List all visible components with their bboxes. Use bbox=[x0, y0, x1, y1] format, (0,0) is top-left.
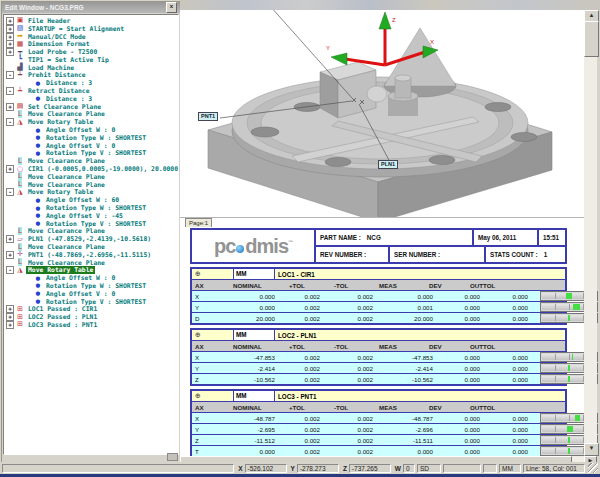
tree-item-label: Move Clearance Plane bbox=[26, 227, 107, 235]
section-header: ⊕ MM LOC1 - CIR1 bbox=[192, 269, 565, 280]
tree-item[interactable]: - Move Rotary Table bbox=[6, 189, 178, 197]
expand-toggle-icon[interactable]: + bbox=[6, 103, 14, 111]
status-spare-1 bbox=[443, 464, 481, 473]
tree-item[interactable]: + File Header bbox=[6, 17, 178, 25]
tree-item[interactable]: TIP1 = Set Active Tip bbox=[6, 56, 178, 64]
tree-item[interactable]: Angle Offset V : 0 bbox=[6, 290, 178, 298]
expand-toggle-icon[interactable]: + bbox=[6, 40, 14, 48]
unit-cell: MM bbox=[234, 391, 275, 401]
graphics-viewport[interactable]: Z X Y PNT1 PLN1 bbox=[180, 10, 584, 218]
tree-item[interactable]: Rotation Type V : SHORTEST bbox=[6, 150, 178, 158]
tree-item-icon bbox=[34, 212, 42, 219]
tree-item[interactable]: - Move Rotary Table bbox=[6, 267, 178, 275]
tree-item[interactable]: Move Clearance Plane bbox=[6, 111, 178, 119]
expand-toggle-icon[interactable]: + bbox=[6, 17, 14, 25]
tree-item-label: Angle Offset V : -45 bbox=[44, 212, 125, 220]
tree-item[interactable]: + PLN1 (-47.8529,-2.4139,-10.5618) bbox=[6, 235, 178, 243]
tree-item[interactable]: Distance : 3 bbox=[6, 95, 178, 103]
close-icon[interactable]: x bbox=[166, 2, 177, 13]
dimension-icon: ⊕ bbox=[192, 391, 234, 401]
expand-toggle-icon[interactable]: + bbox=[6, 33, 14, 41]
expand-toggle-icon[interactable]: - bbox=[6, 266, 14, 274]
tree-item[interactable]: Move Clearance Plane bbox=[6, 259, 178, 267]
expand-toggle-icon[interactable]: - bbox=[6, 71, 14, 79]
tree-item[interactable]: + CIR1 (-0.0005,0.0005,-19.0000), 20.000… bbox=[6, 165, 178, 173]
status-message-area bbox=[2, 464, 234, 473]
edit-window-titlebar[interactable]: Edit Window - NCG3.PRG x bbox=[2, 2, 180, 13]
tree-item-label: Angle Offset V : 0 bbox=[44, 142, 117, 150]
tree-item[interactable]: Move Clearance Plane bbox=[6, 173, 178, 181]
edit-window-panel: Edit Window - NCG3.PRG x + File Header +… bbox=[1, 1, 181, 463]
tree-item-icon bbox=[16, 41, 24, 48]
tree-item[interactable]: Angle Offset W : 0 bbox=[6, 274, 178, 282]
cad-model: Z X Y bbox=[180, 10, 584, 217]
edit-window-scroll-corner[interactable] bbox=[167, 453, 178, 461]
tree-item-label: Dimension Format bbox=[26, 40, 92, 48]
tree-item-label: Rotation Type W : SHORTEST bbox=[44, 282, 148, 290]
tree-item-label: LOC3 Passed : PNT1 bbox=[26, 321, 99, 329]
tree-item-label: LOC1 Passed : CIR1 bbox=[26, 305, 99, 313]
edit-window-title: Edit Window - NCG3.PRG bbox=[5, 4, 166, 11]
point-feature-label[interactable]: PNT1 bbox=[198, 112, 218, 121]
tree-item-label: Move Clearance Plane bbox=[26, 110, 107, 118]
expand-toggle-icon[interactable]: + bbox=[6, 251, 14, 259]
vertical-scroll-thumb[interactable] bbox=[584, 21, 599, 57]
tree-item[interactable]: + Load Probe - T2500 bbox=[6, 48, 178, 56]
tree-item[interactable]: Load Machine bbox=[6, 64, 178, 72]
deviation-marker bbox=[568, 448, 569, 454]
tree-item[interactable]: + LOC3 Passed : PNT1 bbox=[6, 321, 178, 329]
measurement-row: Y-2.6950.0020.002-2.6960.0000.000 bbox=[192, 423, 565, 434]
tree-item[interactable]: + Dimension Format bbox=[6, 40, 178, 48]
tree-item[interactable]: - Retract Distance bbox=[6, 87, 178, 95]
tree-item[interactable]: Move Clearance Plane bbox=[6, 157, 178, 165]
tree-item[interactable]: Move Clearance Plane bbox=[6, 181, 178, 189]
deviation-marker bbox=[575, 415, 581, 421]
tree-item[interactable]: Move Clearance Plane bbox=[6, 228, 178, 236]
tree-item[interactable]: Rotation Type V : SHORTEST bbox=[6, 220, 178, 228]
tree-item[interactable]: + Set Clearance Plane bbox=[6, 103, 178, 111]
scroll-down-icon[interactable]: ▼ bbox=[584, 443, 599, 456]
dimension-section-loc2: ⊕ MM LOC2 - PLN1 AXNOMINAL+TOL-TOLMEASDE… bbox=[190, 328, 567, 386]
tree-item[interactable]: - Move Rotary Table bbox=[6, 118, 178, 126]
tree-item-label: Move Clearance Plane bbox=[26, 181, 107, 189]
tree-item-icon bbox=[16, 88, 24, 95]
expand-toggle-icon[interactable]: + bbox=[6, 165, 14, 173]
tree-item[interactable]: Rotation Type W : SHORTEST bbox=[6, 134, 178, 142]
tree-item[interactable]: Move Clearance Plane bbox=[6, 243, 178, 251]
expand-toggle-icon[interactable]: + bbox=[6, 313, 14, 321]
report-page-tab[interactable]: Page:1 bbox=[185, 218, 212, 227]
tree-item[interactable]: Rotation Type W : SHORTEST bbox=[6, 282, 178, 290]
tree-item[interactable]: + Manual/DCC Mode bbox=[6, 33, 178, 41]
expand-toggle-icon[interactable]: - bbox=[6, 118, 14, 126]
expand-toggle-icon[interactable]: + bbox=[6, 235, 14, 243]
measurement-row: X-48.7870.0020.002-48.7870.0000.000 bbox=[192, 412, 565, 423]
plane-feature-label[interactable]: PLN1 bbox=[378, 160, 398, 169]
expand-toggle-icon[interactable]: + bbox=[6, 305, 14, 313]
tree-item-icon bbox=[34, 197, 42, 204]
resize-grip[interactable] bbox=[588, 463, 598, 473]
tree-item[interactable]: Angle Offset W : 0 bbox=[6, 126, 178, 134]
tree-item[interactable]: + STARTUP = Start Alignment bbox=[6, 25, 178, 33]
tree-item-label: Retract Distance bbox=[26, 87, 92, 95]
expand-toggle-icon[interactable]: + bbox=[6, 321, 14, 329]
expand-toggle-icon[interactable]: - bbox=[6, 87, 14, 95]
expand-toggle-icon[interactable]: - bbox=[6, 188, 14, 196]
tree-item[interactable]: + PNT1 (-48.7869,-2.6956,-11.5115) bbox=[6, 251, 178, 259]
vertical-scrollbar[interactable]: ▲ ▼ bbox=[584, 10, 597, 456]
tree-item[interactable]: Rotation Type V : SHORTEST bbox=[6, 298, 178, 306]
expand-toggle-icon[interactable]: + bbox=[6, 48, 14, 56]
tree-item[interactable]: Rotation Type W : SHORTEST bbox=[6, 204, 178, 212]
tree-item[interactable]: Distance : 3 bbox=[6, 79, 178, 87]
status-bar: X -526.102 Y -278.273 Z -737.265 W 0 SD … bbox=[0, 462, 600, 474]
tree-item[interactable]: Angle Offset V : 0 bbox=[6, 142, 178, 150]
section-header: ⊕ MM LOC3 - PNT1 bbox=[192, 391, 565, 402]
tree-item[interactable]: - Prehit Distance bbox=[6, 72, 178, 80]
expand-toggle-icon[interactable]: + bbox=[6, 25, 14, 33]
tree-item[interactable]: Angle Offset V : -45 bbox=[6, 212, 178, 220]
deviation-marker bbox=[568, 437, 569, 443]
tree-item-icon bbox=[34, 142, 42, 149]
tree-item[interactable]: + LOC2 Passed : PLN1 bbox=[6, 313, 178, 321]
x-axis-label: X bbox=[430, 39, 434, 45]
tree-item[interactable]: + LOC1 Passed : CIR1 bbox=[6, 305, 178, 313]
tree-item[interactable]: Angle Offset W : 60 bbox=[6, 196, 178, 204]
